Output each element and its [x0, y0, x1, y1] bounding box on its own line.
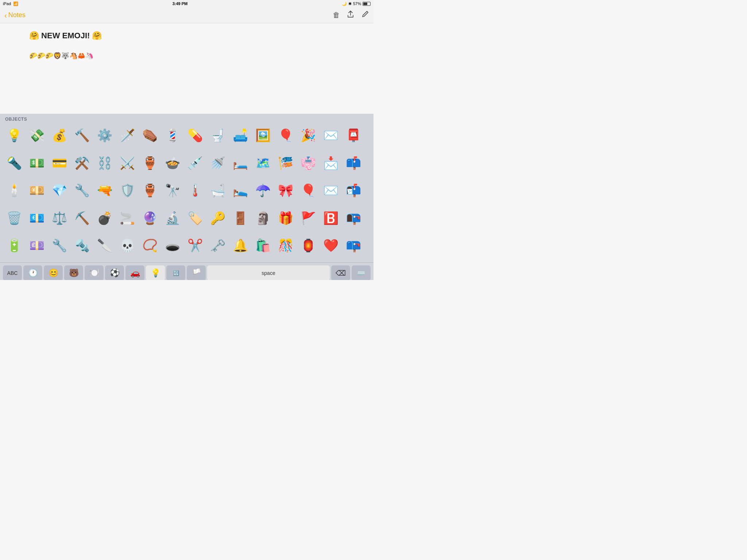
emoji-cell[interactable]: ⚔️ — [116, 152, 139, 174]
emoji-cell[interactable]: 🔋 — [3, 234, 26, 257]
emoji-cell[interactable]: 🔩 — [71, 234, 93, 257]
emoji-cell[interactable]: 📪 — [342, 234, 365, 257]
emoji-cell[interactable]: 🔧 — [71, 179, 93, 202]
emoji-cell[interactable]: 🔧 — [48, 234, 71, 257]
emoji-cell[interactable]: 🎀 — [274, 179, 297, 202]
emoji-cell[interactable]: 🛁 — [206, 179, 229, 202]
emoji-cell[interactable]: 💴 — [26, 179, 48, 202]
recent-emoji-tab[interactable]: 🕐 — [23, 265, 42, 280]
emoji-cell[interactable]: 🚩 — [297, 207, 320, 229]
emoji-cell[interactable]: 💣 — [93, 207, 116, 229]
emoji-cell[interactable]: 🖼️ — [252, 124, 274, 147]
emoji-cell[interactable]: 📩 — [320, 152, 342, 174]
emoji-cell[interactable]: 🛏️ — [229, 152, 252, 174]
emoji-cell[interactable]: 🛡️ — [116, 179, 139, 202]
emoji-cell[interactable]: 💉 — [184, 152, 206, 174]
emoji-cell[interactable]: ⚙️ — [93, 124, 116, 147]
emoji-cell[interactable]: 📮 — [342, 124, 365, 147]
emoji-cell[interactable]: 🍲 — [161, 152, 184, 174]
emoji-cell[interactable]: 🏮 — [297, 234, 320, 257]
share-button[interactable] — [347, 10, 355, 20]
emoji-cell[interactable]: ✉️ — [320, 124, 342, 147]
emoji-cell[interactable]: 🌡️ — [184, 179, 206, 202]
emoji-cell[interactable]: 🕳️ — [161, 234, 184, 257]
emoji-cell[interactable]: 🗿 — [252, 207, 274, 229]
emoji-cell[interactable]: 🎏 — [274, 152, 297, 174]
animal-emoji-tab[interactable]: 🐻 — [64, 265, 83, 280]
emoji-cell[interactable]: 🏷️ — [184, 207, 206, 229]
emoji-cell[interactable]: ⚒️ — [71, 152, 93, 174]
emoji-cell[interactable]: ✂️ — [184, 234, 206, 257]
device-label: iPad — [3, 1, 11, 6]
keyboard-toggle-button[interactable]: ⌨️ — [352, 265, 371, 280]
emoji-cell[interactable]: 💀 — [116, 234, 139, 257]
emoji-cell[interactable]: 🛍️ — [252, 234, 274, 257]
emoji-cell[interactable]: 🛌 — [229, 179, 252, 202]
emoji-cell[interactable]: 🚬 — [116, 207, 139, 229]
emoji-cell[interactable]: 🗝️ — [206, 234, 229, 257]
emoji-cell[interactable]: 🎁 — [274, 207, 297, 229]
emoji-cell[interactable]: 🕯️ — [3, 179, 26, 202]
emoji-cell[interactable]: 💸 — [26, 124, 48, 147]
abc-button[interactable]: ABC — [3, 265, 22, 280]
emoji-cell[interactable]: 🔭 — [161, 179, 184, 202]
food-emoji-tab[interactable]: 🍽️ — [85, 265, 104, 280]
emoji-cell[interactable]: 🏺 — [139, 152, 161, 174]
emoji-cell[interactable]: ✉️ — [320, 179, 342, 202]
emoji-cell[interactable]: 💶 — [26, 207, 48, 229]
trash-button[interactable]: 🗑 — [333, 11, 340, 19]
emoji-cell[interactable]: 🅱️ — [320, 207, 342, 229]
emoji-cell[interactable]: 💊 — [184, 124, 206, 147]
emoji-cell[interactable]: 💡 — [3, 124, 26, 147]
emoji-cell[interactable]: ❤️ — [320, 234, 342, 257]
back-button[interactable]: ‹ Notes — [4, 11, 26, 19]
emoji-cell[interactable]: 📬 — [342, 179, 365, 202]
emoji-cell[interactable]: 🔫 — [93, 179, 116, 202]
emoji-cell[interactable]: 📿 — [139, 234, 161, 257]
emoji-cell[interactable]: 🗺️ — [252, 152, 274, 174]
emoji-cell[interactable]: 🗡️ — [116, 124, 139, 147]
compose-button[interactable] — [361, 10, 369, 20]
emoji-cell[interactable]: 🛋️ — [229, 124, 252, 147]
emoji-cell[interactable]: 🏺 — [139, 179, 161, 202]
emoji-cell[interactable]: ⛏️ — [71, 207, 93, 229]
emoji-cell[interactable]: 🎈 — [274, 124, 297, 147]
emoji-cell[interactable]: 🎉 — [297, 124, 320, 147]
emoji-cell[interactable]: ⛓️ — [93, 152, 116, 174]
emoji-cell[interactable]: ⚰️ — [139, 124, 161, 147]
emoji-cell[interactable]: 🚿 — [206, 152, 229, 174]
note-content-area[interactable]: 🤗 NEW EMOJI! 🤗 🌮🌮🌮🦁🐺🐴🦀🦄 — [0, 23, 374, 114]
emoji-cell[interactable]: 💷 — [26, 234, 48, 257]
emoji-cell[interactable]: 💳 — [48, 152, 71, 174]
emoji-cell[interactable]: 🗑️ — [3, 207, 26, 229]
emoji-cell[interactable]: 🔬 — [161, 207, 184, 229]
emoji-cell[interactable]: 📭 — [342, 207, 365, 229]
emoji-cell[interactable]: 📫 — [342, 152, 365, 174]
emoji-cell[interactable]: ⚖️ — [48, 207, 71, 229]
emoji-cell[interactable]: 🔮 — [139, 207, 161, 229]
emoji-cell[interactable]: 🔪 — [93, 234, 116, 257]
emoji-cell[interactable]: 💵 — [26, 152, 48, 174]
emoji-cell[interactable]: 🎊 — [274, 234, 297, 257]
flags-emoji-tab[interactable]: 🏳️ — [187, 265, 206, 280]
emoji-cell[interactable]: 👘 — [297, 152, 320, 174]
emoji-cell[interactable]: 💎 — [48, 179, 71, 202]
sports-emoji-tab[interactable]: ⚽ — [105, 265, 124, 280]
objects-emoji-tab[interactable]: 💡 — [146, 265, 165, 280]
emoji-cell[interactable]: 🚽 — [206, 124, 229, 147]
emoji-cell[interactable]: 💈 — [161, 124, 184, 147]
emoji-cell[interactable]: 🔔 — [229, 234, 252, 257]
space-button[interactable]: space — [207, 265, 330, 280]
emoji-cell[interactable]: 🔨 — [71, 124, 93, 147]
smiley-emoji-tab[interactable]: 😊 — [44, 265, 63, 280]
emoji-cell[interactable]: 🎈 — [297, 179, 320, 202]
bluetooth-icon: ✱ — [348, 1, 352, 6]
emoji-cell[interactable]: 🔑 — [206, 207, 229, 229]
symbols-emoji-tab[interactable]: 🔣 — [166, 265, 185, 280]
travel-emoji-tab[interactable]: 🚗 — [125, 265, 144, 280]
emoji-cell[interactable]: 🚪 — [229, 207, 252, 229]
emoji-cell[interactable]: 🔦 — [3, 152, 26, 174]
delete-button[interactable]: ⌫ — [331, 265, 350, 280]
emoji-cell[interactable]: 💰 — [48, 124, 71, 147]
emoji-cell[interactable]: ☂️ — [252, 179, 274, 202]
